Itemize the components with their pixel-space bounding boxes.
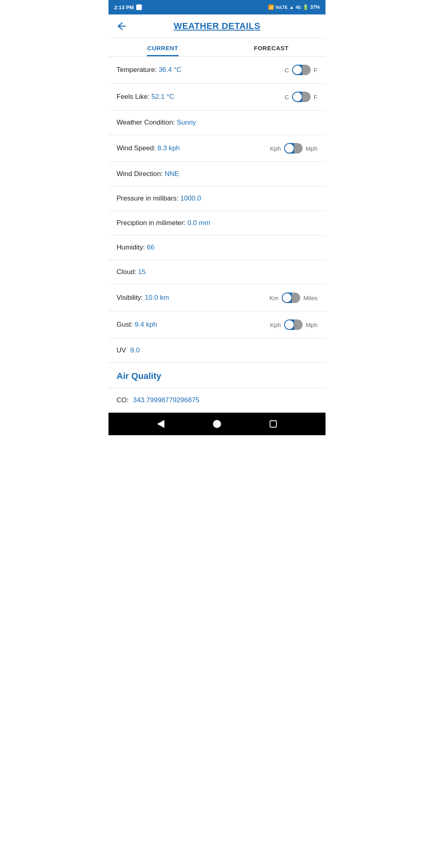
bottom-nav xyxy=(108,413,326,435)
weather-condition-label: Weather Condition: Sunny xyxy=(117,119,196,127)
visibility-toggle-group: Km Miles xyxy=(269,293,317,303)
volte-icon: VoLTE xyxy=(276,5,288,10)
pressure-row: Pressure in milibars: 1000.0 xyxy=(108,186,326,211)
uv-label: UV 9.0 xyxy=(117,346,140,354)
feels-like-toggle-group: C F xyxy=(285,92,317,102)
weather-condition-row: Weather Condition: Sunny xyxy=(108,111,326,135)
gust-toggle-group: Kph Mph xyxy=(270,319,317,330)
gust-unit-toggle[interactable] xyxy=(284,319,303,330)
temperature-unit-toggle[interactable] xyxy=(292,65,311,75)
nav-back-button[interactable] xyxy=(154,417,168,431)
battery-icon: 🔋 xyxy=(303,4,309,10)
wind-speed-unit-toggle[interactable] xyxy=(284,143,303,154)
gust-row: Gust: 9.4 kph Kph Mph xyxy=(108,311,326,338)
air-quality-section: Air Quality xyxy=(108,363,326,388)
pressure-label: Pressure in milibars: 1000.0 xyxy=(117,194,201,203)
page-title: WEATHER DETAILS xyxy=(174,21,260,31)
tabs-container: CURRENT FORECAST xyxy=(108,38,326,57)
wifi-icon: 📶 xyxy=(268,4,274,10)
cloud-row: Cloud: 15 xyxy=(108,260,326,285)
battery-percent: 37% xyxy=(310,4,320,10)
stop-icon xyxy=(136,4,142,10)
precipitation-row: Preciption in milimeter: 0.0 mm xyxy=(108,211,326,235)
wind-speed-toggle-group: Kph Mph xyxy=(270,143,317,154)
nav-recent-button[interactable] xyxy=(266,417,280,431)
4g-icon: 4G xyxy=(296,5,301,10)
status-time: 2:13 PM xyxy=(114,4,134,10)
wind-speed-label: Wind Speed: 8.3 kph xyxy=(117,144,180,152)
humidity-label: Humidity: 66 xyxy=(117,244,154,252)
temperature-label: Temperature: 36.4 °C xyxy=(117,66,182,74)
precipitation-label: Preciption in milimeter: 0.0 mm xyxy=(117,219,210,227)
header: WEATHER DETAILS xyxy=(108,14,326,38)
content-area: Temperature: 36.4 °C C F Feels Like: 52.… xyxy=(108,57,326,413)
nav-home-button[interactable] xyxy=(210,417,224,431)
wind-direction-row: Wind Direction: NNE xyxy=(108,162,326,186)
feels-like-label: Feels Like: 52.1 °C xyxy=(117,93,174,101)
co-row: CO: 343.79998779296875 xyxy=(108,388,326,413)
feels-like-row: Feels Like: 52.1 °C C F xyxy=(108,84,326,111)
tab-forecast[interactable]: FORECAST xyxy=(217,38,326,56)
status-icons: 📶 VoLTE ▲ 4G 🔋 37% xyxy=(268,4,320,10)
status-time-area: 2:13 PM xyxy=(114,4,142,10)
wind-direction-label: Wind Direction: NNE xyxy=(117,170,179,178)
uv-row: UV 9.0 xyxy=(108,338,326,363)
visibility-unit-toggle[interactable] xyxy=(282,293,300,303)
feels-like-unit-toggle[interactable] xyxy=(292,92,311,102)
humidity-row: Humidity: 66 xyxy=(108,235,326,260)
signal-icon: ▲ xyxy=(289,4,294,10)
temperature-toggle-group: C F xyxy=(285,65,317,75)
visibility-label: Visibility: 10.0 km xyxy=(117,294,169,302)
cloud-label: Cloud: 15 xyxy=(117,268,146,276)
wind-speed-row: Wind Speed: 8.3 kph Kph Mph xyxy=(108,135,326,162)
air-quality-title: Air Quality xyxy=(117,371,317,381)
co-label: CO: 343.79998779296875 xyxy=(117,396,199,404)
visibility-row: Visibility: 10.0 km Km Miles xyxy=(108,285,326,311)
temperature-row: Temperature: 36.4 °C C F xyxy=(108,57,326,84)
gust-label: Gust: 9.4 kph xyxy=(117,321,157,329)
back-button[interactable] xyxy=(115,21,126,31)
tab-current[interactable]: CURRENT xyxy=(108,38,217,56)
status-bar: 2:13 PM 📶 VoLTE ▲ 4G 🔋 37% xyxy=(108,0,326,14)
